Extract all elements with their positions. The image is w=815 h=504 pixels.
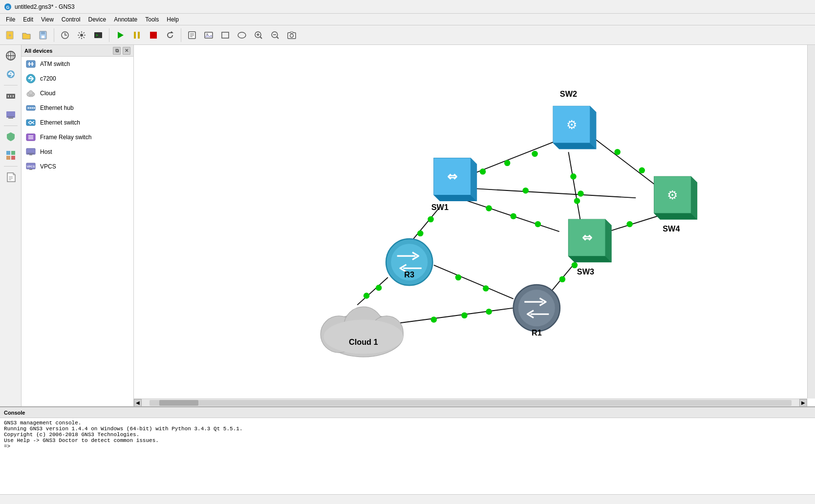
cloud1-node[interactable] <box>321 307 403 357</box>
cloud-label: Cloud <box>40 90 55 97</box>
device-item-ethernet-switch[interactable]: Ethernet switch <box>21 115 133 130</box>
menu-view[interactable]: View <box>37 15 58 24</box>
panel-restore-btn[interactable]: ⧉ <box>113 47 121 55</box>
panel-controls: ⧉ ✕ <box>113 47 130 55</box>
frame-relay-label: Frame Relay switch <box>40 134 91 141</box>
save-btn[interactable] <box>35 27 51 43</box>
svg-marker-11 <box>118 32 124 39</box>
c7200-icon <box>25 73 36 84</box>
svg-point-107 <box>376 285 382 291</box>
sep1 <box>54 28 54 42</box>
terminal-btn[interactable]: >_ <box>90 27 106 43</box>
zoom-in-btn[interactable] <box>251 27 266 43</box>
rect-btn[interactable] <box>217 27 233 43</box>
sw4-label: SW4 <box>663 224 680 233</box>
open-project-btn[interactable] <box>19 27 34 43</box>
preferences-btn[interactable] <box>74 27 89 43</box>
console-title: Console <box>4 410 25 416</box>
reload-btn[interactable] <box>162 27 178 43</box>
svg-rect-5 <box>41 31 45 34</box>
svg-point-8 <box>80 34 83 37</box>
nav-sep3 <box>4 166 18 167</box>
device-item-ethernet-hub[interactable]: Ethernet hub <box>21 101 133 115</box>
annotation-btn[interactable] <box>184 27 200 43</box>
image-btn[interactable] <box>201 27 216 43</box>
device-item-frame-relay[interactable]: Frame Relay switch <box>21 130 133 145</box>
console-area: Console GNS3 management console. Running… <box>0 406 815 494</box>
sw2-node[interactable]: ⚙ <box>553 106 596 149</box>
device-item-vpcs[interactable]: VPCS VPCS <box>21 159 133 174</box>
scroll-left-arrow[interactable]: ◀ <box>134 399 142 407</box>
console-line-3: Copyright (c) 2006-2018 GNS3 Technologie… <box>4 432 811 438</box>
svg-line-29 <box>277 37 279 39</box>
panel-close-btn[interactable]: ✕ <box>123 47 130 55</box>
svg-rect-14 <box>150 32 157 39</box>
menu-control[interactable]: Control <box>58 15 85 24</box>
svg-point-105 <box>483 285 489 292</box>
svg-text:✦: ✦ <box>8 33 12 38</box>
ethernet-hub-icon <box>25 103 36 113</box>
pause-all-btn[interactable] <box>129 27 145 43</box>
svg-point-104 <box>455 274 462 281</box>
scroll-track[interactable] <box>150 400 792 406</box>
svg-point-96 <box>626 221 633 228</box>
svg-text:VPCS: VPCS <box>27 165 35 168</box>
switches-btn[interactable] <box>2 87 20 105</box>
history-btn[interactable] <box>57 27 73 43</box>
cloud1-label: Cloud 1 <box>349 337 378 346</box>
svg-text:⇔: ⇔ <box>447 169 457 183</box>
atm-switch-icon <box>25 59 36 69</box>
menu-device[interactable]: Device <box>85 15 110 24</box>
sw1-node[interactable]: ⇔ <box>434 158 477 201</box>
routers-btn[interactable] <box>2 65 20 83</box>
svg-text:⚙: ⚙ <box>667 188 678 202</box>
titlebar: G untitled2.gns3* - GNS3 <box>0 0 815 14</box>
menu-tools[interactable]: Tools <box>141 15 163 24</box>
menu-help[interactable]: Help <box>163 15 183 24</box>
toolbar: ✦ >_ <box>0 25 815 45</box>
r1-node[interactable] <box>514 285 560 331</box>
ellipse-btn[interactable] <box>234 27 250 43</box>
status-bar <box>0 494 815 504</box>
zoom-out-btn[interactable] <box>267 27 283 43</box>
svg-line-103 <box>434 265 514 299</box>
device-list: ATM switch c7200 Cloud <box>21 57 133 406</box>
svg-point-64 <box>30 107 31 109</box>
stop-all-btn[interactable] <box>146 27 161 43</box>
device-item-cloud[interactable]: Cloud <box>21 86 133 101</box>
svg-point-61 <box>29 91 33 95</box>
sw4-node[interactable]: ⚙ <box>654 176 697 219</box>
svg-line-86 <box>477 189 636 198</box>
canvas-scrollbar-right[interactable] <box>807 45 815 399</box>
menu-file[interactable]: File <box>2 15 19 24</box>
notes-btn[interactable] <box>2 168 20 186</box>
svg-marker-115 <box>471 158 477 201</box>
svg-point-83 <box>486 205 492 211</box>
device-item-c7200[interactable]: c7200 <box>21 71 133 86</box>
screenshot-btn[interactable] <box>284 27 300 43</box>
console-content[interactable]: GNS3 management console. Running GNS3 ve… <box>0 418 815 494</box>
window-title: untitled2.gns3* - GNS3 <box>15 3 75 10</box>
svg-rect-48 <box>6 156 10 160</box>
svg-point-90 <box>570 173 577 180</box>
scroll-thumb[interactable] <box>159 400 198 406</box>
svg-rect-73 <box>29 154 32 155</box>
end-devices-btn[interactable] <box>2 106 20 124</box>
sw3-node[interactable]: ⇔ <box>568 219 611 262</box>
canvas-scrollbar-bottom[interactable]: ◀ ▶ <box>134 399 807 406</box>
device-item-atm-switch[interactable]: ATM switch <box>21 57 133 71</box>
new-project-btn[interactable]: ✦ <box>2 27 18 43</box>
security-btn[interactable] <box>2 128 20 146</box>
browse-all-btn[interactable] <box>2 47 20 64</box>
svg-marker-130 <box>691 176 697 219</box>
all-devices-btn2[interactable] <box>2 147 20 164</box>
canvas-area[interactable]: ⇔ SW1 ⚙ SW2 ⇔ SW3 <box>134 45 815 406</box>
menu-annotate[interactable]: Annotate <box>110 15 141 24</box>
svg-text:⚙: ⚙ <box>566 118 577 131</box>
svg-rect-33 <box>290 32 293 33</box>
start-all-btn[interactable] <box>112 27 128 43</box>
device-item-host[interactable]: Host <box>21 145 133 159</box>
svg-rect-47 <box>11 151 15 155</box>
scroll-right-arrow[interactable]: ▶ <box>799 399 807 407</box>
menu-edit[interactable]: Edit <box>19 15 37 24</box>
